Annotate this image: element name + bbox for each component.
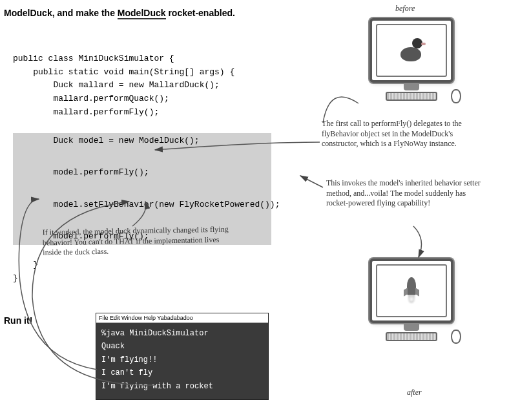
code-highlight [13, 181, 271, 197]
monitor-stand [404, 323, 419, 331]
code-highlight [13, 149, 271, 165]
mouse-icon [451, 330, 461, 344]
terminal-window: File Edit Window Help Yabadabadoo %java … [96, 313, 269, 400]
keyboard-icon [386, 332, 437, 341]
code-line: Duck mallard = new MallardDuck(); [13, 80, 220, 90]
annotation-after: after [407, 388, 422, 398]
annotation-2: This invokes the model's inherited behav… [326, 178, 484, 209]
monitor-stand [404, 83, 419, 90]
code-highlight: model.setFlyBehavior(new FlyRocketPowere… [13, 197, 271, 213]
keyboard-icon [386, 92, 437, 101]
code-line: } [13, 273, 18, 283]
code-line: mallard.performFly(); [13, 107, 159, 117]
terminal-line: %java MiniDuckSimulator [101, 327, 263, 340]
annotation-1: The first call to performFly() delegates… [322, 119, 490, 149]
screen-inner [376, 24, 447, 77]
annotation-3: If it worked, the model duck dynamically… [43, 224, 231, 258]
run-it-label: Run it! [4, 315, 32, 326]
monitor-before [363, 18, 460, 101]
code-line: mallard.performQuack(); [13, 94, 169, 103]
terminal-line: I'm flying with a rocket [101, 380, 263, 393]
page-heading: ModelDuck, and make the ModelDuck rocket… [4, 8, 235, 18]
terminal-body: %java MiniDuckSimulator Quack I'm flying… [96, 323, 268, 399]
code-highlight: Duck model = new ModelDuck(); [13, 133, 271, 149]
code-highlight: model.performFly(); [13, 165, 271, 181]
monitor-after [363, 258, 460, 341]
monitor-screen [369, 18, 453, 83]
terminal-menu: File Edit Window Help Yabadabadoo [96, 313, 268, 323]
terminal-line: Quack [101, 340, 263, 353]
screen-inner [376, 264, 447, 317]
heading-suffix: rocket-enabled. [166, 8, 235, 18]
code-line: public static void main(String[] args) { [13, 67, 234, 77]
code-line: public class MiniDuckSimulator { [13, 54, 174, 63]
heading-bold: ModelDuck [118, 8, 166, 19]
code-line: } [13, 260, 38, 269]
terminal-line: I'm flying!! [101, 353, 263, 366]
annotation-before: before [395, 4, 415, 14]
monitor-screen [369, 258, 453, 323]
rocket-icon [399, 276, 424, 306]
mouse-icon [451, 89, 461, 103]
heading-prefix: ModelDuck, and make the [4, 8, 118, 18]
duck-icon [399, 38, 424, 63]
terminal-line: I can't fly [101, 366, 263, 379]
